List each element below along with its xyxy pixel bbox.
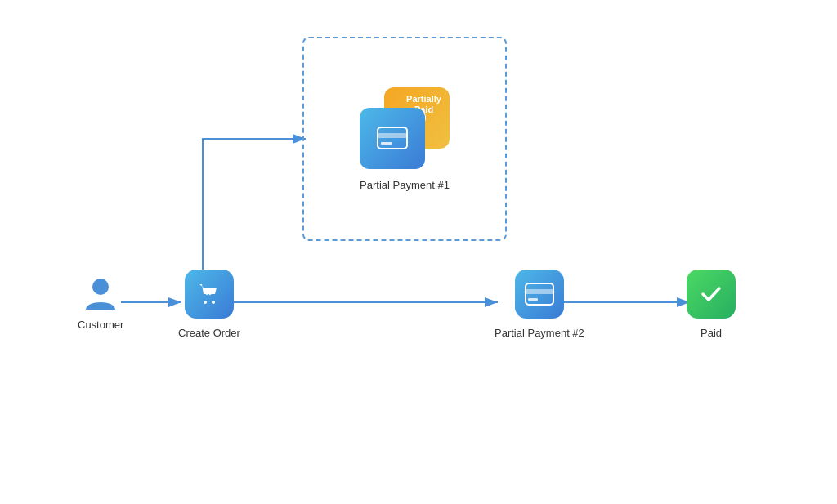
paid-node: Paid xyxy=(687,270,736,339)
svg-point-4 xyxy=(92,279,109,295)
credit-card-icon xyxy=(377,127,408,149)
credit-card-2-icon xyxy=(525,283,554,306)
partial-payment-1-label: Partial Payment #1 xyxy=(360,179,450,191)
svg-rect-12 xyxy=(528,298,538,301)
svg-rect-11 xyxy=(526,289,553,294)
diagram-container: Customer Create Order ✓ Partially Paid xyxy=(0,0,837,504)
person-icon xyxy=(85,277,116,311)
partial-payment-2-node: Partial Payment #2 xyxy=(495,270,584,339)
customer-label: Customer xyxy=(78,319,123,331)
svg-point-6 xyxy=(212,301,215,304)
paid-icon xyxy=(687,270,736,319)
svg-rect-9 xyxy=(381,142,392,145)
checkmark-icon xyxy=(698,281,724,307)
paid-label: Paid xyxy=(700,327,722,339)
card-front-blue xyxy=(360,108,425,169)
partial-payment-2-label: Partial Payment #2 xyxy=(495,327,584,339)
partial-payment-1-box: ✓ Partially Paid Partial Payment #1 xyxy=(302,37,507,241)
customer-icon xyxy=(84,278,117,310)
svg-point-5 xyxy=(204,301,207,304)
cart-icon xyxy=(196,281,222,307)
create-order-node: Create Order xyxy=(178,270,240,339)
create-order-icon xyxy=(185,270,234,319)
svg-rect-8 xyxy=(378,133,407,138)
create-order-label: Create Order xyxy=(178,327,240,339)
partial-payment-2-icon xyxy=(515,270,564,319)
stacked-cards: ✓ Partially Paid xyxy=(360,87,450,169)
customer-node: Customer xyxy=(78,278,123,331)
